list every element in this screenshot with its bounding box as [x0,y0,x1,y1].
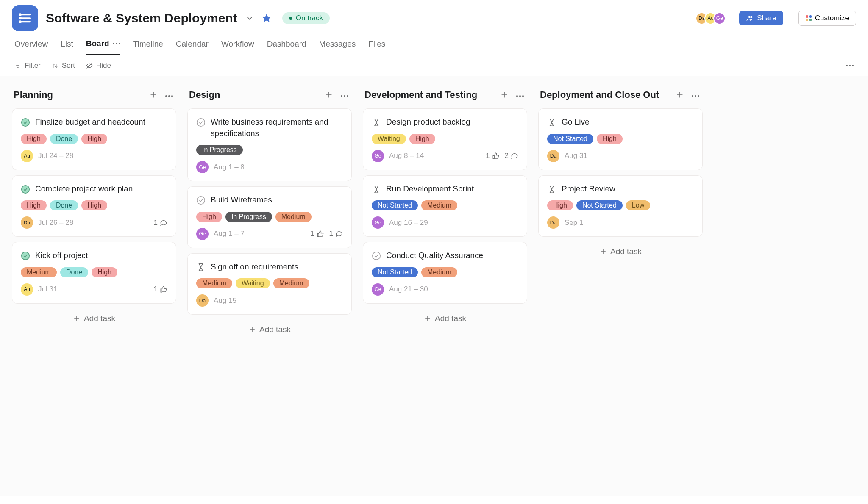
assignee-avatar[interactable]: Da [196,294,209,307]
tag[interactable]: Medium [273,278,309,288]
status-badge[interactable]: On track [282,12,330,24]
task-card[interactable]: Finalize budget and headcountHighDoneHig… [12,108,176,170]
task-card[interactable]: Design product backlogWaitingHighGeAug 8… [363,108,527,170]
task-card[interactable]: Project ReviewHighNot StartedLowDaSep 1 [538,175,703,237]
add-card-button[interactable] [498,89,510,101]
member-avatars[interactable]: DaAuGe [699,12,726,25]
tag[interactable]: Low [626,200,650,210]
tag[interactable]: High [409,134,435,144]
project-icon[interactable] [12,5,38,31]
hourglass-icon[interactable] [372,118,381,127]
avatar[interactable]: Ge [713,12,726,25]
hourglass-icon[interactable] [547,118,556,127]
more-icon[interactable] [113,43,120,44]
like-count[interactable]: 1 [310,230,324,238]
assignee-avatar[interactable]: Da [547,216,559,229]
tag[interactable]: High [92,267,117,277]
add-card-button[interactable] [323,89,335,101]
task-card[interactable]: Sign off on requirementsMediumWaitingMed… [187,253,352,315]
tag[interactable]: Medium [275,212,312,222]
assignee-avatar[interactable]: Ge [196,228,209,240]
add-task-button[interactable]: Add task [12,309,176,328]
column-more-button[interactable] [339,89,350,100]
task-card[interactable]: Go LiveNot StartedHighDaAug 31 [538,108,703,170]
tag[interactable]: Not Started [576,200,623,210]
task-card[interactable]: Conduct Quality AssuranceNot StartedMedi… [363,242,527,304]
tag[interactable]: High [597,134,623,144]
tag[interactable]: Done [50,200,78,210]
tag[interactable]: Medium [21,267,57,277]
task-card[interactable]: Kick off projectMediumDoneHighAuJul 311 [12,242,176,304]
assignee-avatar[interactable]: Au [21,283,33,296]
star-icon[interactable] [262,14,271,23]
tab-board[interactable]: Board [86,39,120,55]
assignee-avatar[interactable]: Ge [372,216,384,229]
tab-timeline[interactable]: Timeline [133,39,163,55]
assignee-avatar[interactable]: Da [547,150,559,162]
column-title[interactable]: Development and Testing [364,89,494,100]
tag[interactable]: High [81,134,107,144]
complete-icon[interactable] [21,118,30,127]
add-task-button[interactable]: Add task [363,309,527,328]
share-button[interactable]: Share [739,11,783,25]
tab-files[interactable]: Files [368,39,385,55]
tag[interactable]: Medium [421,267,457,277]
tag[interactable]: Medium [421,200,457,210]
tab-calendar[interactable]: Calendar [176,39,209,55]
tag[interactable]: Not Started [372,200,418,210]
hourglass-icon[interactable] [196,263,206,272]
tag[interactable]: Not Started [547,134,593,144]
circle-icon[interactable] [196,196,206,205]
chevron-down-icon[interactable] [245,14,254,23]
tag[interactable]: In Progress [225,212,272,222]
add-task-button[interactable]: Add task [538,242,703,261]
customize-button[interactable]: Customize [798,11,856,26]
tag[interactable]: In Progress [196,145,243,155]
tag[interactable]: High [21,200,47,210]
sort-button[interactable]: Sort [52,61,75,70]
filter-button[interactable]: Filter [14,61,41,70]
add-card-button[interactable] [674,89,686,101]
column-more-button[interactable] [690,89,701,100]
toolbar-more-button[interactable] [846,65,854,66]
comment-count[interactable]: 2 [505,152,518,160]
comment-count[interactable]: 1 [329,230,343,238]
like-count[interactable]: 1 [154,285,167,294]
assignee-avatar[interactable]: Ge [196,161,209,173]
tag[interactable]: Waiting [372,134,406,144]
hide-button[interactable]: Hide [86,61,111,70]
assignee-avatar[interactable]: Ge [372,150,384,162]
task-card[interactable]: Complete project work planHighDoneHighDa… [12,175,176,237]
tag[interactable]: High [21,134,47,144]
project-title[interactable]: Software & System Deployment [46,11,237,25]
complete-icon[interactable] [21,251,30,260]
tag[interactable]: Done [60,267,88,277]
circle-icon[interactable] [372,251,381,260]
tag[interactable]: Not Started [372,267,418,277]
add-card-button[interactable] [147,89,159,101]
add-task-button[interactable]: Add task [187,320,352,339]
assignee-avatar[interactable]: Da [21,216,33,229]
tab-messages[interactable]: Messages [319,39,356,55]
column-title[interactable]: Planning [14,89,143,100]
tab-workflow[interactable]: Workflow [221,39,254,55]
tag[interactable]: High [547,200,573,210]
tag[interactable]: High [196,212,222,222]
complete-icon[interactable] [21,185,30,194]
task-card[interactable]: Run Development SprintNot StartedMediumG… [363,175,527,237]
column-more-button[interactable] [515,89,526,100]
task-card[interactable]: Write business requirements and specific… [187,108,352,181]
tab-overview[interactable]: Overview [14,39,48,55]
tag[interactable]: Medium [196,278,232,288]
column-title[interactable]: Design [189,89,319,100]
assignee-avatar[interactable]: Au [21,150,33,162]
comment-count[interactable]: 1 [154,219,167,227]
tag[interactable]: Waiting [236,278,270,288]
tag[interactable]: High [81,200,107,210]
hourglass-icon[interactable] [547,185,556,194]
circle-icon[interactable] [196,118,206,127]
tag[interactable]: Done [50,134,78,144]
tab-dashboard[interactable]: Dashboard [267,39,306,55]
like-count[interactable]: 1 [486,152,499,160]
column-title[interactable]: Deployment and Close Out [540,89,670,100]
